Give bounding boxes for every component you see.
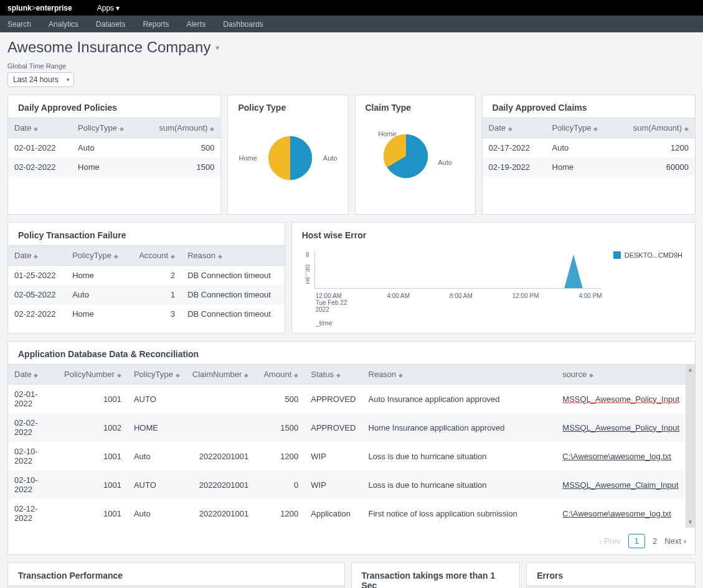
nav-datasets[interactable]: Datasets	[96, 20, 125, 29]
panel-daily-claims: Daily Approved Claims Date◆ PolicyType◆ …	[482, 95, 696, 215]
pie-label-auto: Auto	[438, 159, 452, 166]
page-1[interactable]: 1	[628, 534, 645, 548]
panel-takings: Transaction takings more than 1 Sec Appl…	[351, 562, 521, 588]
table-row: 02-05-2022Auto1DB Connection timeout	[8, 285, 285, 304]
panel-title: Errors	[527, 563, 695, 586]
table-row: 02-01-20221001AUTO500APPROVEDAuto Insura…	[8, 385, 686, 414]
y-axis-label: DE...9H	[304, 264, 311, 284]
source-link[interactable]: C:\Awesome\awesome_log.txt	[562, 452, 671, 461]
page-2[interactable]: 2	[653, 536, 657, 546]
pie-label-home: Home	[238, 154, 257, 162]
th[interactable]: Date◆	[8, 118, 72, 138]
table-row: 02-22-2022Home3DB Connection timeout	[8, 304, 285, 324]
th[interactable]: Max Resp Time (Sec)◆	[247, 586, 344, 589]
legend-label: DESKTO...CMD9H	[625, 251, 682, 259]
logo: splunk>enterprise	[7, 4, 72, 12]
table-daily-claims: Date◆ PolicyType◆ sum(Amount)◆ 02-17-202…	[483, 118, 695, 177]
x-tick: 8:00 AM	[450, 292, 473, 313]
chevron-down-icon: ▾	[215, 43, 220, 52]
th[interactable]: PolicyNumber◆	[58, 365, 128, 385]
table-row: 02-10-20221001Auto202202010011200WIPLoss…	[8, 442, 686, 470]
x-axis-label: _time	[316, 319, 682, 327]
source-link[interactable]: C:\Awesome\awesome_log.txt	[562, 509, 671, 518]
panel-title: Transaction takings more than 1 Sec	[352, 563, 520, 588]
nav-alerts[interactable]: Alerts	[186, 20, 205, 29]
source-link[interactable]: MSSQL_Awesome_Policy_Input	[562, 394, 679, 404]
th[interactable]: Amount◆	[255, 365, 304, 385]
time-range-label: Global Time Range	[7, 62, 696, 70]
scroll-up-icon[interactable]: ▲	[687, 366, 693, 373]
panel-host-error: Host wise Error 8 DE...9H DESKTO...CMD9H	[291, 222, 696, 334]
panel-title: Host wise Error	[292, 223, 695, 245]
x-tick: 12:00 AM Tue Feb 22 2022	[316, 292, 347, 313]
panel-daily-policies: Daily Approved Policies Date◆ PolicyType…	[7, 95, 221, 215]
panel-claim-type: Claim Type Home Auto	[355, 95, 476, 215]
th[interactable]: Error Type◆	[527, 586, 653, 589]
table-policy-failure: Date◆ PolicyType◆ Account◆ Reason◆ 01-25…	[8, 245, 285, 324]
th[interactable]: sum(Amount)◆	[615, 118, 695, 138]
table-row: 02-17-2022Auto1200	[483, 138, 695, 158]
th[interactable]: Total◆	[653, 586, 695, 589]
th[interactable]: Status◆	[304, 365, 362, 385]
table-row: 02-02-20221002HOME1500APPROVEDHome Insur…	[8, 413, 686, 442]
th[interactable]: ClaimNumber◆	[186, 365, 255, 385]
th[interactable]: sum(Amount)◆	[141, 118, 221, 138]
panel-title: Claim Type	[356, 95, 475, 118]
panel-recon: Application Database Data & Reconciliati…	[7, 341, 696, 555]
th[interactable]: source◆	[556, 365, 686, 385]
nav-bar: Search Analytics Datasets Reports Alerts…	[0, 16, 703, 32]
nav-dashboards[interactable]: Dashboards	[223, 20, 263, 29]
panel-title: Daily Approved Policies	[8, 95, 220, 118]
pie-chart-claim	[378, 128, 434, 184]
panel-title: Policy Transaction Failure	[8, 223, 285, 245]
th[interactable]: Min Resp Time (Sec)◆	[152, 586, 247, 589]
apps-menu[interactable]: Apps ▾	[97, 4, 120, 12]
x-tick: 12:00 PM	[512, 292, 539, 313]
table-perf: Application◆ Total Transactions◆ Min Res…	[8, 586, 344, 588]
nav-analytics[interactable]: Analytics	[49, 20, 78, 29]
panel-errors: Errors Error Type◆ Total◆ AI_LoginFailed…	[526, 562, 696, 588]
th[interactable]: PolicyType◆	[546, 118, 615, 138]
th[interactable]: Date◆	[483, 118, 546, 138]
panel-title: Application Database Data & Reconciliati…	[8, 342, 695, 364]
x-tick: 4:00 AM	[387, 292, 410, 313]
th[interactable]: PolicyType◆	[128, 365, 186, 385]
panel-title: Transaction Performance	[8, 563, 344, 586]
panel-policy-type: Policy Type Home Auto	[227, 95, 348, 215]
nav-search[interactable]: Search	[7, 20, 31, 29]
source-link[interactable]: MSSQL_Awesome_Claim_Input	[562, 480, 678, 490]
top-bar: splunk>enterprise Apps ▾	[0, 0, 703, 16]
panel-title: Daily Approved Claims	[483, 95, 695, 118]
x-tick: 4:00 PM	[578, 292, 602, 313]
nav-reports[interactable]: Reports	[143, 20, 169, 29]
next-page[interactable]: Next ›	[664, 536, 686, 546]
th[interactable]: Reason◆	[362, 365, 557, 385]
table-row: 02-02-2022Home1500	[8, 157, 220, 177]
table-recon: Date◆ PolicyNumber◆ PolicyType◆ ClaimNum…	[8, 364, 686, 528]
th[interactable]: Date◆	[8, 246, 66, 266]
table-row: 02-12-20221001Auto202202010011200Applica…	[8, 499, 686, 528]
time-range-picker[interactable]: Last 24 hours	[7, 72, 74, 87]
panel-title: Policy Type	[228, 95, 347, 118]
th[interactable]: PolicyType◆	[72, 118, 141, 138]
th[interactable]: Total Transactions◆	[67, 586, 152, 589]
y-tick: 8	[306, 251, 309, 258]
th[interactable]: Account◆	[129, 246, 181, 266]
table-errors: Error Type◆ Total◆ AI_LoginFailed4 AI_DB…	[527, 586, 695, 588]
table-row: 01-25-2022Home2DB Connection timeout	[8, 266, 285, 286]
pie-label-auto: Auto	[323, 154, 337, 162]
source-link[interactable]: MSSQL_Awesome_Policy_Input	[562, 423, 679, 432]
panel-perf: Transaction Performance Application◆ Tot…	[7, 562, 345, 588]
scroll-down-icon[interactable]: ▼	[687, 519, 693, 525]
table-row: 02-01-2022Auto500	[8, 138, 220, 158]
table-row: 02-10-20221001AUTO202202010010WIPLoss is…	[8, 470, 686, 499]
th[interactable]: Application◆	[8, 586, 67, 589]
th[interactable]: Reason◆	[181, 246, 285, 266]
prev-page[interactable]: ‹ Prev	[599, 536, 621, 546]
th[interactable]: PolicyType◆	[66, 246, 129, 266]
legend-swatch	[613, 251, 621, 259]
th[interactable]: Date◆	[8, 365, 58, 385]
page-title[interactable]: Awesome Insurance Company▾	[7, 39, 220, 56]
area-chart	[314, 251, 601, 289]
scrollbar[interactable]: ▲▼	[686, 364, 695, 528]
